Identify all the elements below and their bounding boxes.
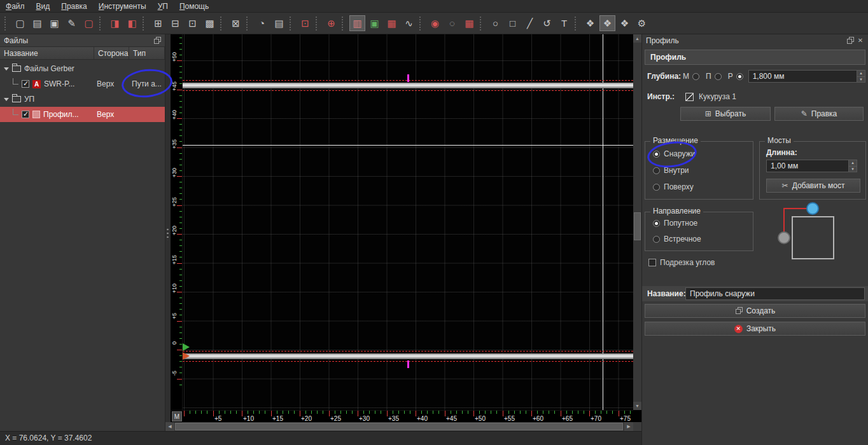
toolbar-button-simulate[interactable]: ◔ xyxy=(254,15,270,31)
menu-nc-program[interactable]: УП xyxy=(152,1,174,12)
column-header-name[interactable]: Название xyxy=(0,47,94,59)
toolbar-button-new-file[interactable]: ▢ xyxy=(12,15,28,31)
toolbar-button-text-tool[interactable]: T xyxy=(556,15,572,31)
diagram-tool-position-icon[interactable] xyxy=(806,202,819,215)
scroll-up-icon[interactable]: ▲ xyxy=(633,34,641,43)
radio-direction-climb[interactable]: Попутное xyxy=(653,219,697,228)
toolbar-button-job-list[interactable]: ▤ xyxy=(271,15,287,31)
radio-icon[interactable] xyxy=(653,184,660,191)
toolbar-button-arc-tool[interactable]: ↺ xyxy=(539,15,555,31)
toolbar-button-close-file[interactable]: ▢ xyxy=(81,15,97,31)
expander-icon[interactable] xyxy=(4,67,9,71)
tree-row-gerber-file[interactable]: A SWR-P... Верх Пути а... xyxy=(0,76,165,92)
toolbar-button-zoom-in[interactable]: ⊞ xyxy=(150,15,166,31)
horizontal-scrollbar[interactable]: ◀ ▶ xyxy=(165,422,633,431)
toolbar-button-postprocessor[interactable]: ⚙ xyxy=(634,15,650,31)
depth-value-field[interactable]: 1,800 мм xyxy=(748,70,857,83)
close-panel-icon[interactable]: ✕ xyxy=(857,37,864,44)
menu-view[interactable]: Вид xyxy=(31,1,56,12)
ruler-tick xyxy=(619,411,619,416)
toolbar-button-circle-tool[interactable]: ○ xyxy=(487,15,503,31)
menu-edit[interactable]: Правка xyxy=(55,1,93,12)
radio-icon[interactable] xyxy=(653,167,660,174)
radio-direction-conventional[interactable]: Встречное xyxy=(653,235,701,243)
vertical-scrollbar[interactable]: ▲ ▼ xyxy=(633,34,641,410)
column-header-type[interactable]: Тип xyxy=(129,47,165,59)
toolbar-button-board-frame[interactable]: ⊡ xyxy=(297,15,313,31)
pcb-trace-bottom[interactable] xyxy=(183,353,633,359)
corner-trim-checkbox-row[interactable]: Подрезка углов xyxy=(648,258,715,267)
profile-name-input[interactable]: Профиль снаружи xyxy=(685,287,865,300)
corner-trim-checkbox[interactable] xyxy=(648,259,656,266)
radio-placement-inside[interactable]: Внутри xyxy=(653,166,689,175)
toolbar-button-open-file[interactable]: ▤ xyxy=(29,15,45,31)
float-panel-icon[interactable] xyxy=(153,37,161,44)
hruler-label: +15 xyxy=(272,415,283,422)
radio-icon[interactable] xyxy=(653,236,660,243)
add-bridge-button[interactable]: ✂ Добавить мост xyxy=(766,179,860,193)
tree-row-profile-selected[interactable]: Профил... Верх xyxy=(0,107,165,122)
column-header-side[interactable]: Сторона xyxy=(94,47,129,59)
depth-radio-m[interactable] xyxy=(692,73,699,80)
radio-icon[interactable] xyxy=(653,220,660,227)
toolbar-button-profile-tool[interactable]: ▥ xyxy=(349,15,365,31)
toolbar-button-zoom-selection[interactable]: ▩ xyxy=(202,15,218,31)
depth-radio-r[interactable] xyxy=(736,73,743,80)
menu-tools[interactable]: Инструменты xyxy=(93,1,152,12)
toolbar-button-wave-tool[interactable]: ∿ xyxy=(401,15,417,31)
depth-spinner[interactable] xyxy=(857,70,865,83)
toolbar-button-export-board[interactable]: ◨ xyxy=(107,15,123,31)
selection-marker-top xyxy=(407,74,409,82)
toolbar-button-key-c[interactable]: ❖ xyxy=(617,15,633,31)
depth-radio-p[interactable] xyxy=(715,73,722,80)
ruler-tick xyxy=(393,411,393,414)
drawing-area[interactable] xyxy=(183,34,633,410)
toolbar-button-key-b[interactable]: ❖ xyxy=(599,15,615,31)
toolbar-button-key-a[interactable]: ❖ xyxy=(582,15,598,31)
radio-icon[interactable] xyxy=(653,151,660,158)
vruler-label: +35 xyxy=(171,139,178,149)
toolbar-button-rect-tool[interactable]: □ xyxy=(505,15,521,31)
visibility-checkbox[interactable] xyxy=(22,80,29,88)
toolbar-button-snap-grid[interactable]: ⊠ xyxy=(228,15,244,31)
toolbar-button-array-tool[interactable]: ▦ xyxy=(461,15,477,31)
scroll-left-icon[interactable]: ◀ xyxy=(165,422,174,431)
profile-panel-title: Профиль xyxy=(646,36,679,45)
toolbar-button-drill-tool[interactable]: ⊕ xyxy=(323,15,339,31)
units-button[interactable]: M xyxy=(172,411,182,421)
close-button[interactable]: ✕ Закрыть xyxy=(645,322,865,336)
edit-tool-button[interactable]: ✎ Правка xyxy=(774,107,864,121)
toolbar-button-import-board[interactable]: ◧ xyxy=(124,15,140,31)
vertical-scroll-thumb[interactable] xyxy=(634,212,641,240)
tree-row-nc-folder[interactable]: УП xyxy=(0,92,165,107)
menu-help[interactable]: Помощь xyxy=(174,1,214,12)
horizontal-scroll-thumb[interactable] xyxy=(175,423,623,430)
bridge-length-field[interactable]: 1,00 мм xyxy=(766,160,849,172)
toolbar-button-save-file[interactable]: ▣ xyxy=(46,15,62,31)
bridge-length-spinner[interactable] xyxy=(849,160,857,172)
toolbar-button-zoom-window[interactable]: ⊡ xyxy=(185,15,200,31)
radio-placement-on-top[interactable]: Поверху xyxy=(653,182,694,191)
toolbar-button-zoom-out[interactable]: ⊟ xyxy=(167,15,183,31)
toolbar-button-engrave-tool[interactable]: ▦ xyxy=(384,15,400,31)
panel-splitter[interactable] xyxy=(165,34,171,431)
toolbar-button-marker-tool[interactable]: ◉ xyxy=(427,15,443,31)
pcb-trace-top[interactable] xyxy=(183,83,633,88)
scroll-down-icon[interactable]: ▼ xyxy=(633,402,641,410)
scroll-right-icon[interactable]: ▶ xyxy=(624,422,633,431)
toolbar-button-select-region[interactable]: ◌ xyxy=(444,15,460,31)
toolbar-button-pocket-tool[interactable]: ▣ xyxy=(367,15,382,31)
toolbar-icons: ▢▤▣✎▢◨◧⊞⊟⊡▩⊠◔▤⊡⊕▥▣▦∿◉◌▦○□╱↺T❖❖❖⚙ xyxy=(0,13,868,34)
menu-file[interactable]: Файл xyxy=(0,1,31,12)
depth-radio-p-label: П xyxy=(706,72,711,81)
choose-tool-button[interactable]: ⊞ Выбрать xyxy=(680,107,771,121)
toolbar-button-edit-file[interactable]: ✎ xyxy=(64,15,80,31)
toolbar-button-line-tool[interactable]: ╱ xyxy=(522,15,538,31)
visibility-checkbox[interactable] xyxy=(22,111,29,118)
tree-row-gerber-folder[interactable]: Файлы Gerber xyxy=(0,61,165,76)
ruler-tick xyxy=(427,411,428,414)
radio-placement-outside[interactable]: Снаружи xyxy=(653,149,695,158)
create-button[interactable]: Создать xyxy=(645,304,865,318)
expander-icon[interactable] xyxy=(4,98,9,101)
float-panel-icon[interactable] xyxy=(846,37,854,44)
